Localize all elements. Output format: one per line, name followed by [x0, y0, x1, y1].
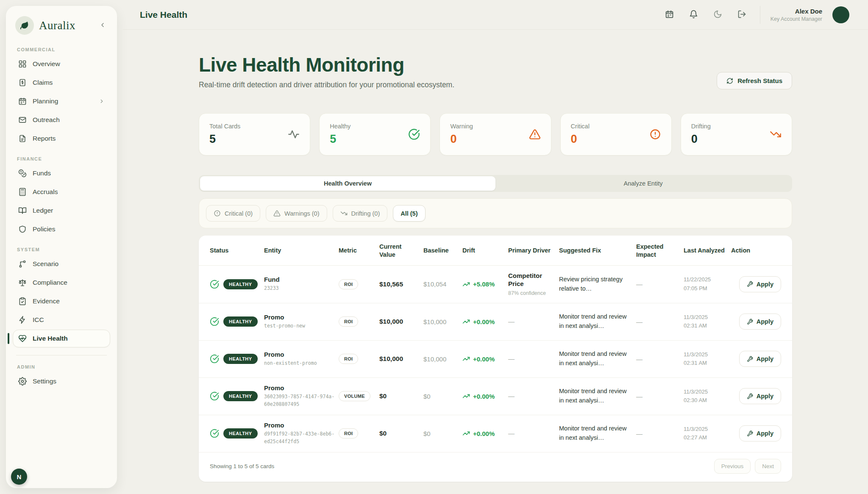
circle-check-icon — [210, 391, 219, 401]
sidebar-item-scenario[interactable]: Scenario — [13, 255, 110, 273]
stat-label: Healthy — [330, 123, 351, 130]
analyzed-date: 11/3/2025 — [684, 350, 731, 359]
table-row: HEALTHYPromod9f91f92-82b7-433e-8eb6-ed25… — [199, 415, 792, 452]
drift-value: +0.00% — [473, 355, 495, 363]
entity-cell: Promotest-promo-new — [264, 314, 339, 330]
sidebar-item-overview[interactable]: Overview — [13, 55, 110, 73]
stat-label: Critical — [571, 123, 590, 130]
entity-id: 23233 — [264, 285, 339, 292]
entity-id: 36023093-7857-4147-974a-60e208807495 — [264, 393, 339, 408]
trending-down-icon — [770, 128, 782, 140]
sidebar-item-compliance[interactable]: Compliance — [13, 274, 110, 291]
next-button[interactable]: Next — [755, 459, 781, 474]
calculator-icon — [18, 188, 27, 196]
content: Live Health Monitoring Real-time drift d… — [199, 53, 792, 482]
avatar-initial: N — [17, 473, 22, 480]
sidebar-item-icc[interactable]: ICC — [13, 311, 110, 329]
bottom-avatar[interactable]: N — [11, 469, 27, 485]
expected-impact: — — [636, 430, 684, 437]
gear-icon — [18, 377, 27, 386]
sidebar-item-policies[interactable]: Policies — [13, 220, 110, 238]
wrench-icon — [747, 393, 753, 400]
git-branch-icon — [18, 260, 27, 268]
topbar: Live Health Alex Doe Key Account Manager — [123, 0, 868, 30]
apply-button[interactable]: Apply — [739, 388, 781, 404]
entity-name: Promo — [264, 422, 339, 429]
baseline-value: $10,000 — [423, 318, 462, 325]
drift-value: +0.00% — [473, 318, 495, 325]
logout-button[interactable] — [737, 10, 746, 20]
sidebar-item-outreach[interactable]: Outreach — [13, 111, 110, 129]
sidebar-item-evidence[interactable]: Evidence — [13, 292, 110, 310]
circle-alert-icon — [214, 210, 221, 217]
main-area: Live Health Alex Doe Key Account Manager… — [123, 0, 868, 494]
expected-impact: — — [636, 355, 684, 363]
shield-icon — [18, 225, 27, 233]
bell-button[interactable] — [689, 10, 698, 20]
sidebar-item-reports[interactable]: Reports — [13, 130, 110, 147]
filter-chip-critical[interactable]: Critical (0) — [206, 205, 260, 222]
filter-chip-warnings[interactable]: Warnings (0) — [266, 205, 327, 222]
apply-button[interactable]: Apply — [739, 351, 781, 367]
sidebar-section-label: COMMERCIAL — [17, 47, 106, 52]
trending-down-icon — [340, 210, 348, 217]
metric-cell: ROI — [339, 316, 379, 327]
driver-confidence: 87% confidence — [508, 290, 559, 297]
trending-up-icon — [462, 280, 470, 288]
apply-button[interactable]: Apply — [739, 276, 781, 292]
file-icon — [18, 134, 27, 143]
expected-impact: — — [636, 318, 684, 325]
analyzed-time: 02:31 AM — [684, 322, 731, 330]
apply-button[interactable]: Apply — [739, 425, 781, 441]
table-row: HEALTHYFund23233ROI$10,565$10,054+5.08%C… — [199, 266, 792, 303]
user-name: Alex Doe — [771, 8, 822, 15]
primary-driver-cell: Competitor Price87% confidence — [508, 272, 559, 297]
wrench-icon — [747, 430, 753, 437]
table-footer: Showing 1 to 5 of 5 cards Previous Next — [199, 452, 792, 482]
entity-id: test-promo-new — [264, 322, 339, 330]
filter-chip-drifting[interactable]: Drifting (0) — [333, 205, 388, 222]
user-avatar[interactable] — [832, 6, 849, 23]
trending-up-icon — [462, 355, 470, 363]
analyzed-date: 11/3/2025 — [684, 313, 731, 322]
column-header-status: Status — [210, 247, 264, 255]
stat-text: Warning0 — [450, 123, 473, 146]
tab-health-overview[interactable]: Health Overview — [200, 176, 495, 191]
sidebar-item-live-health[interactable]: Live Health — [13, 330, 110, 347]
refresh-status-button[interactable]: Refresh Status — [717, 72, 792, 89]
user-meta: Alex Doe Key Account Manager — [771, 8, 822, 22]
stat-label: Total Cards — [209, 123, 240, 130]
sidebar-item-label: Policies — [33, 225, 55, 233]
sidebar-item-ledger[interactable]: Ledger — [13, 202, 110, 219]
status-badge: HEALTHY — [223, 279, 258, 289]
filter-chip-all[interactable]: All (5) — [393, 205, 425, 222]
calendar-button[interactable] — [665, 10, 674, 20]
apply-button[interactable]: Apply — [739, 314, 781, 330]
bell-icon — [689, 10, 698, 19]
sidebar-item-label: Scenario — [33, 260, 58, 268]
circle-check-icon — [210, 429, 219, 438]
current-value: $10,000 — [379, 318, 423, 325]
baseline-value: $10,054 — [423, 280, 462, 288]
circle-alert-icon — [649, 128, 661, 140]
sidebar-item-settings[interactable]: Settings — [13, 372, 110, 390]
activity-icon — [288, 128, 300, 140]
previous-button[interactable]: Previous — [714, 459, 751, 474]
sidebar-item-planning[interactable]: Planning — [13, 92, 110, 110]
entity-cell: Fund23233 — [264, 276, 339, 292]
tab-analyze-entity[interactable]: Analyze Entity — [495, 176, 791, 191]
column-header-last-analyzed: Last Analyzed — [684, 247, 731, 255]
sidebar-item-accruals[interactable]: Accruals — [13, 183, 110, 201]
entity-id: d9f91f92-82b7-433e-8eb6-ed25c44f2fd5 — [264, 430, 339, 446]
moon-button[interactable] — [713, 10, 722, 20]
calendar-icon — [665, 10, 674, 19]
tab-bar: Health OverviewAnalyze Entity — [199, 175, 792, 192]
drift-value: +5.08% — [473, 280, 495, 288]
sidebar-collapse-button[interactable] — [97, 20, 108, 31]
circle-check-icon — [210, 280, 219, 289]
apply-label: Apply — [757, 355, 773, 362]
refresh-label: Refresh Status — [737, 77, 782, 84]
stat-card-healthy: Healthy5 — [319, 113, 431, 155]
sidebar-item-claims[interactable]: Claims — [13, 74, 110, 92]
sidebar-item-funds[interactable]: Funds — [13, 164, 110, 182]
